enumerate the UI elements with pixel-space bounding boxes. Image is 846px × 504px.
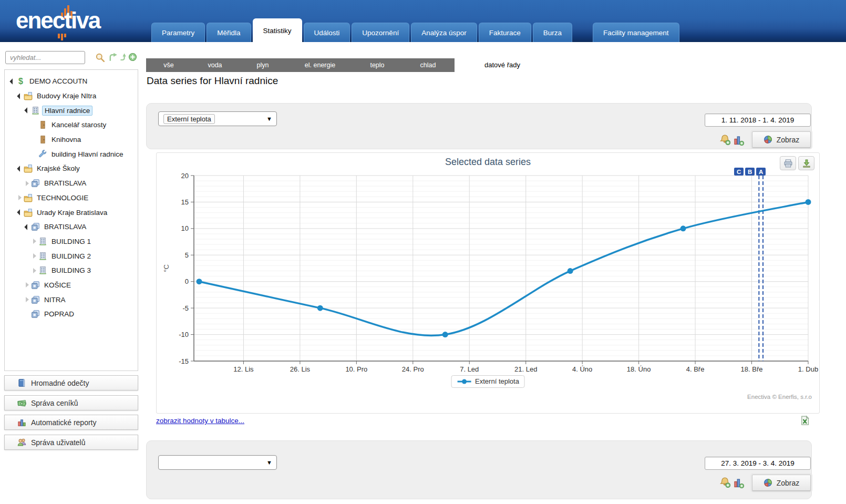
tree-item-label[interactable]: BUILDING 1	[49, 237, 93, 246]
tree-item-label[interactable]: building Hlavní radnice	[49, 150, 126, 159]
nav-tab-m-idla[interactable]: Měřidla	[207, 23, 251, 42]
tree-item-label[interactable]: KOŠICE	[42, 281, 73, 290]
subnav-data-series-label[interactable]: datové řady	[484, 58, 520, 72]
nav-tab-fakturace[interactable]: Fakturace	[479, 23, 531, 42]
data-point[interactable]	[197, 279, 202, 284]
tree-item-label[interactable]: TECHNOLOGIE	[35, 193, 90, 202]
collapse-branch-button[interactable]	[119, 53, 129, 63]
tree-item[interactable]: BUILDING 1	[5, 234, 138, 249]
tree-item-label[interactable]: NITRA	[42, 295, 68, 304]
tree-item[interactable]: Kancelář starosty	[5, 118, 138, 132]
tree-expander-icon[interactable]	[16, 195, 24, 200]
subtab-vše[interactable]: vše	[146, 58, 191, 72]
date-range-input[interactable]	[705, 114, 811, 127]
subtab-chlad[interactable]: chlad	[401, 58, 455, 72]
tree-item[interactable]: $DEMO ACCOUTN	[5, 74, 138, 89]
tree-item[interactable]: POPRAD	[5, 307, 138, 322]
subtab-plyn[interactable]: plyn	[239, 58, 287, 72]
download-chart-button[interactable]	[798, 156, 814, 170]
tree-item-label[interactable]: DEMO ACCOUTN	[27, 77, 89, 86]
tree-expander-icon[interactable]	[31, 268, 38, 273]
tree-item-label[interactable]: BRATISLAVA	[42, 222, 88, 231]
tree-expander-icon[interactable]	[24, 225, 31, 229]
tree-item-label[interactable]: BUILDING 3	[49, 266, 93, 275]
tree-item-label[interactable]: BRATISLAVA	[42, 179, 88, 188]
tree-item-label[interactable]: Kancelář starosty	[49, 120, 108, 129]
selected-series-chip[interactable]: Externí teplota	[163, 114, 215, 124]
tree-expander-icon[interactable]	[24, 282, 31, 287]
sidebar-button-správa-uživatelů[interactable]: Správa uživatelů	[4, 435, 138, 450]
tree-item[interactable]: building Hlavní radnice	[5, 147, 138, 161]
tree-item[interactable]: TECHNOLOGIE	[5, 191, 138, 205]
svg-text:15: 15	[181, 198, 189, 206]
nav-tab-facility-management[interactable]: Facility management	[593, 23, 679, 42]
tree-expander-icon[interactable]	[24, 181, 31, 186]
add-chart-button[interactable]	[734, 478, 745, 489]
tree-item-label[interactable]: Knihovna	[49, 135, 83, 144]
data-point[interactable]	[568, 268, 573, 274]
nav-tab-anal-za-spor[interactable]: Analýza úspor	[411, 23, 477, 42]
nav-tab-parametry[interactable]: Parametry	[151, 23, 205, 42]
show-table-link[interactable]: zobrazit hodnoty v tabulce...	[156, 417, 244, 425]
building-icon	[38, 252, 47, 261]
chart-legend[interactable]: Externí teplota	[451, 375, 525, 388]
tree-item-label[interactable]: Hlavní radnice	[42, 106, 92, 116]
tree-expander-icon[interactable]	[31, 253, 38, 259]
tree-item[interactable]: Knihovna	[5, 132, 138, 147]
tree-expander-icon[interactable]	[16, 94, 24, 98]
sidebar-button-automatické-reporty[interactable]: Automatické reporty	[4, 415, 138, 430]
data-point[interactable]	[442, 332, 448, 337]
tree-expander-icon[interactable]	[16, 210, 24, 214]
subtab-el-energie[interactable]: el. energie	[287, 58, 353, 72]
tree-item-label[interactable]: Budovy Kraje NItra	[35, 91, 98, 100]
add-chart-button[interactable]	[734, 135, 745, 147]
data-point[interactable]	[317, 305, 323, 311]
tree-item[interactable]: BUILDING 2	[5, 249, 138, 263]
data-point[interactable]	[680, 225, 686, 231]
tree-expander-icon[interactable]	[16, 167, 24, 171]
tree-expander-icon[interactable]	[24, 297, 31, 302]
search-input[interactable]	[5, 51, 85, 64]
enectiva-logo[interactable]: enectiva	[16, 4, 137, 38]
tree-item[interactable]: Krajské Školy	[5, 161, 138, 176]
show-button-2[interactable]: Zobraz	[752, 475, 811, 491]
svg-text:21. Led: 21. Led	[514, 365, 537, 373]
add-alert-button[interactable]	[719, 477, 731, 488]
add-node-button[interactable]	[128, 53, 139, 63]
tree-item[interactable]: BRATISLAVA	[5, 176, 138, 191]
show-button[interactable]: Zobraz	[752, 131, 811, 148]
tree-item-label[interactable]: BUILDING 2	[49, 252, 93, 261]
tree-item[interactable]: Urady Kraje Bratislava	[5, 205, 138, 220]
subtab-teplo[interactable]: teplo	[353, 58, 401, 72]
tree-item[interactable]: BRATISLAVA	[5, 220, 138, 234]
tree-item[interactable]: BUILDING 3	[5, 263, 138, 278]
tree-item[interactable]: KOŠICE	[5, 278, 138, 293]
tree-item[interactable]: NITRA	[5, 292, 138, 307]
expand-branch-button[interactable]	[108, 53, 119, 63]
subtab-voda[interactable]: voda	[191, 58, 239, 72]
tree-item[interactable]: Hlavní radnice	[5, 103, 138, 118]
tree-item-label[interactable]: Krajské Školy	[35, 164, 82, 173]
nav-tab-ud-losti[interactable]: Události	[304, 23, 350, 42]
add-alert-button[interactable]	[719, 134, 731, 146]
date-range-input-2[interactable]	[705, 457, 811, 470]
search-icon-button[interactable]	[95, 53, 106, 63]
excel-export-button[interactable]	[800, 415, 810, 426]
chevron-down-icon: ▼	[266, 459, 272, 466]
sidebar-button-hromadné-odečty[interactable]: Hromadné odečty	[4, 375, 138, 390]
nav-tab-statistiky[interactable]: Statistiky	[253, 18, 302, 42]
series-select-2[interactable]: ▼	[158, 455, 277, 470]
tree-expander-icon[interactable]	[9, 79, 16, 84]
nav-tab-upozorn-n-[interactable]: Upozornění	[352, 23, 409, 42]
print-chart-button[interactable]	[780, 156, 796, 170]
nav-tab-burza[interactable]: Burza	[533, 23, 572, 42]
svg-text:5: 5	[185, 251, 189, 259]
tree-item[interactable]: Budovy Kraje NItra	[5, 89, 138, 104]
tree-item-label[interactable]: Urady Kraje Bratislava	[35, 208, 109, 217]
sidebar-button-správa-ceníků[interactable]: Správa ceníků	[4, 395, 138, 410]
tree-item-label[interactable]: POPRAD	[42, 310, 76, 318]
tree-expander-icon[interactable]	[31, 239, 38, 244]
tree-expander-icon[interactable]	[24, 108, 31, 112]
data-point[interactable]	[806, 199, 811, 205]
series-select[interactable]: Externí teplota ▼	[158, 111, 277, 126]
